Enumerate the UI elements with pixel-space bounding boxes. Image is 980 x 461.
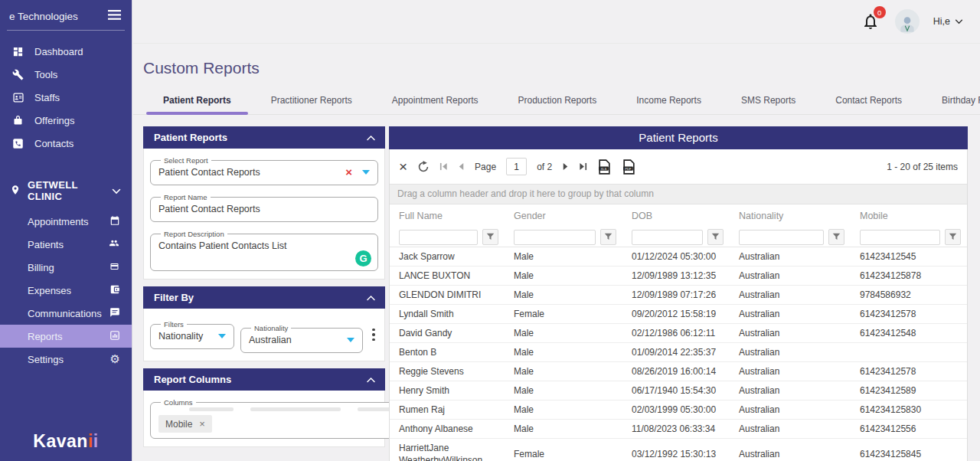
column-header-full-name[interactable]: Full Name	[390, 204, 505, 227]
select-report-value: Patient Contact Reports	[158, 165, 260, 179]
table-row[interactable]: Jack SparrowMale01/12/2024 05:30:00Austr…	[390, 247, 967, 266]
table-cell: 61423412556	[851, 420, 967, 439]
table-cell: Rumen Raj	[390, 401, 505, 420]
table-row[interactable]: Reggie StevensMale08/26/2019 16:00:14Aus…	[390, 362, 967, 381]
tab-contact-reports[interactable]: Contact Reports	[815, 89, 922, 114]
column-header-mobile[interactable]: Mobile	[851, 204, 967, 227]
clear-icon[interactable]: ×	[345, 168, 352, 177]
filter-input-gender[interactable]	[514, 230, 596, 245]
column-header-nationality[interactable]: Nationality	[730, 204, 851, 227]
group-drop-zone[interactable]: Drag a column header and drop it here to…	[390, 185, 967, 204]
filter-funnel-icon[interactable]	[600, 229, 616, 245]
sidebar-item-reports[interactable]: Reports	[0, 325, 132, 348]
page-number-input[interactable]	[506, 158, 527, 175]
table-cell: 9784586932	[851, 286, 967, 305]
tab-practitioner-reports[interactable]: Practitioner Reports	[251, 89, 372, 114]
sidebar-item-label: Billing	[28, 262, 54, 273]
table-row[interactable]: David GandyMale02/12/1986 06:12:11Austra…	[390, 324, 967, 343]
dropdown-arrow-icon[interactable]	[347, 338, 354, 342]
sidebar-item-staffs[interactable]: Staffs	[0, 86, 132, 109]
tab-birthday-reports[interactable]: Birthday Reports	[922, 89, 980, 114]
filter-funnel-icon[interactable]	[828, 229, 844, 245]
sidebar-item-settings[interactable]: Settings ⚙	[0, 348, 132, 371]
reports-chart-icon	[109, 330, 120, 343]
user-menu[interactable]: Hi,e	[933, 16, 963, 27]
select-report-field[interactable]: Select Report Patient Contact Reports ×	[150, 156, 378, 185]
notification-badge: 0	[874, 6, 886, 18]
field-label: Report Description	[161, 230, 227, 238]
nationality-select[interactable]: Nationality Australian	[240, 324, 363, 353]
table-row[interactable]: LANCE BUXTONMale12/09/1989 13:12:35Austr…	[390, 266, 967, 286]
sidebar: e Technologies Dashboard Tools Staffs	[0, 0, 132, 461]
clinic-selector[interactable]: GETWELL CLINIC	[0, 172, 132, 210]
export-excel-icon[interactable]: XLS	[597, 159, 612, 175]
user-avatar[interactable]	[895, 9, 920, 34]
export-pdf-icon[interactable]: PDF	[622, 159, 636, 175]
chevron-up-icon[interactable]	[366, 135, 376, 141]
tab-income-reports[interactable]: Income Reports	[616, 89, 721, 114]
chevron-up-icon[interactable]	[366, 377, 376, 383]
calendar-icon	[109, 215, 120, 228]
sidebar-item-communications[interactable]: Communications	[0, 302, 132, 325]
column-header-gender[interactable]: Gender	[505, 204, 622, 227]
sidebar-item-label: Tools	[34, 69, 57, 80]
dropdown-arrow-icon[interactable]	[362, 170, 370, 175]
pager-first-icon[interactable]	[439, 162, 448, 171]
notification-bell-icon[interactable]: 0	[861, 11, 881, 31]
sidebar-item-patients[interactable]: Patients	[0, 233, 132, 256]
table-row[interactable]: Rumen RajMale02/03/1999 05:30:00Australi…	[390, 401, 967, 420]
table-row[interactable]: GLENDON DIMITRIMale12/09/1989 07:17:26Au…	[390, 286, 967, 305]
column-header-dob[interactable]: DOB	[622, 204, 730, 227]
sidebar-item-label: Communications	[28, 308, 102, 319]
tab-production-reports[interactable]: Production Reports	[498, 89, 616, 114]
pager-next-icon[interactable]	[562, 162, 569, 171]
filter-input-full-name[interactable]	[399, 230, 478, 245]
pager-prev-icon[interactable]	[458, 162, 465, 171]
filter-funnel-icon[interactable]	[945, 229, 961, 245]
filter-funnel-icon[interactable]	[482, 229, 498, 245]
report-description-field[interactable]: Report Description Contains Patient Cont…	[150, 230, 378, 271]
tab-patient-reports[interactable]: Patient Reports	[143, 89, 251, 114]
table-row[interactable]: Lyndall SmithFemale09/20/2012 15:58:19Au…	[390, 305, 967, 324]
sidebar-item-label: Reports	[28, 331, 63, 342]
filters-select[interactable]: Filters Nationality	[150, 320, 234, 349]
tab-appointment-reports[interactable]: Appointment Reports	[372, 89, 498, 114]
column-chip-mobile[interactable]: Mobile ×	[158, 415, 212, 433]
table-cell: Anthony Albanese	[390, 420, 505, 439]
filter-input-nationality[interactable]	[739, 230, 824, 245]
tab-sms-reports[interactable]: SMS Reports	[721, 89, 815, 114]
filter-input-dob[interactable]	[632, 230, 703, 245]
table-cell: LANCE BUXTON	[390, 266, 505, 286]
staff-badge-icon	[11, 91, 24, 104]
table-row[interactable]: HarriettJane WeatherbyWilkinsonFemale03/…	[390, 439, 967, 461]
sidebar-item-dashboard[interactable]: Dashboard	[0, 40, 132, 63]
refresh-icon[interactable]	[417, 161, 430, 173]
sidebar-item-contacts[interactable]: Contacts	[0, 132, 132, 155]
report-name-field[interactable]: Report Name Patient Contact Reports	[150, 193, 378, 222]
patient-reports-panel: Patient Reports Select Report Patient Co…	[143, 126, 385, 280]
table-row[interactable]: Henry SmithMale06/17/1940 15:54:30Austra…	[390, 381, 967, 401]
table-row[interactable]: Anthony AlbaneseMale11/08/2023 06:33:34A…	[390, 420, 967, 439]
sidebar-item-billing[interactable]: Billing	[0, 256, 132, 279]
page-label: Page	[475, 162, 496, 172]
grammarly-icon: G	[355, 250, 371, 266]
kebab-menu-icon[interactable]	[369, 327, 378, 343]
chip-remove-icon[interactable]: ×	[199, 418, 205, 430]
sidebar-item-tools[interactable]: Tools	[0, 63, 132, 86]
sidebar-item-appointments[interactable]: Appointments	[0, 210, 132, 233]
close-icon[interactable]: ×	[399, 160, 407, 174]
pager-last-icon[interactable]	[579, 162, 587, 171]
report-tabs: Patient Reports Practitioner Reports App…	[133, 89, 980, 115]
table-cell: 61423412548	[851, 324, 967, 343]
filter-funnel-icon[interactable]	[707, 229, 724, 245]
table-cell: Reggie Stevens	[390, 362, 505, 381]
dropdown-arrow-icon[interactable]	[218, 334, 226, 338]
sidebar-item-offerings[interactable]: Offerings	[0, 109, 132, 132]
hamburger-menu-icon[interactable]	[108, 10, 121, 22]
table-cell: 12/09/1989 13:12:35	[622, 266, 730, 286]
page-total: of 2	[537, 162, 552, 172]
sidebar-item-expenses[interactable]: Expenses	[0, 279, 132, 302]
filter-input-mobile[interactable]	[860, 230, 940, 245]
chevron-up-icon[interactable]	[366, 295, 376, 301]
table-row[interactable]: Benton BMale01/09/2014 22:35:37Australia…	[390, 343, 967, 362]
